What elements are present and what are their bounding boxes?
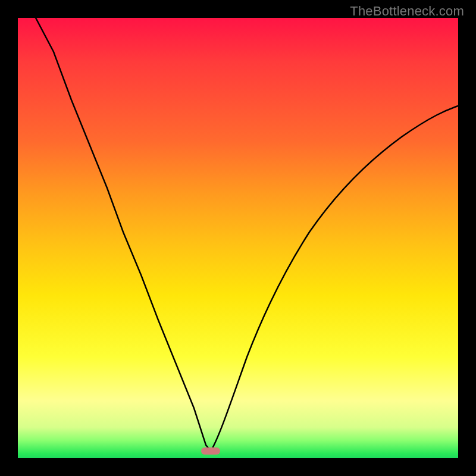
chart-container: TheBottleneck.com (0, 0, 476, 476)
watermark-text: TheBottleneck.com (350, 4, 464, 19)
plot-background-gradient (18, 18, 458, 458)
